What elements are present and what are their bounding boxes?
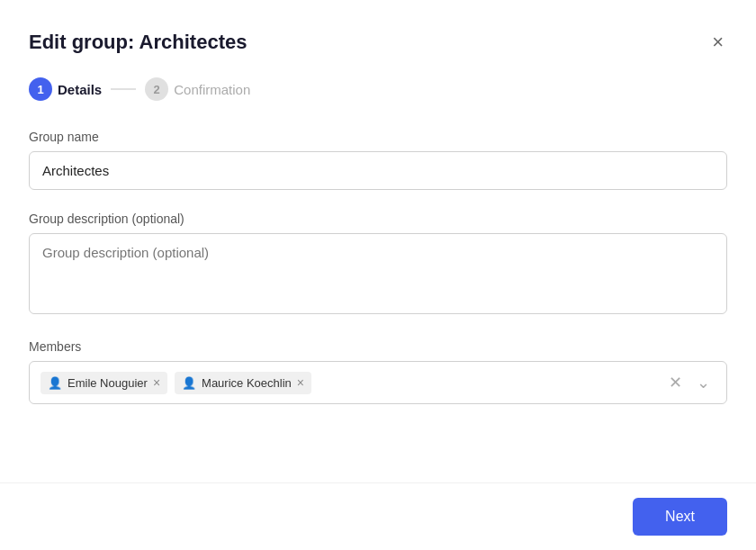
member-tag-1: 👤 Maurice Koechlin × [175,372,311,394]
member-name-0: Emile Nouguier [68,376,148,390]
members-dropdown-button[interactable]: ⌄ [691,371,716,394]
step-2-label: Confirmation [174,82,250,97]
member-name-1: Maurice Koechlin [202,376,292,390]
members-group: Members 👤 Emile Nouguier × 👤 Maurice Koe… [29,339,727,404]
step-2: 2 Confirmation [145,77,250,101]
members-actions: ✕ ⌄ [663,371,716,394]
step-1: 1 Details [29,77,102,101]
group-name-group: Group name [29,130,727,190]
members-label: Members [29,339,727,354]
edit-group-modal: Edit group: Architectes × 1 Details 2 Co… [0,0,756,550]
modal-title: Edit group: Architectes [29,31,247,54]
step-divider [111,88,136,90]
members-clear-button[interactable]: ✕ [663,371,688,394]
modal-header: Edit group: Architectes × [29,29,727,56]
modal-footer: Next [0,482,756,550]
member-tag-0: 👤 Emile Nouguier × [40,372,167,394]
member-icon-0: 👤 [48,376,62,390]
step-1-circle: 1 [29,77,52,101]
members-field[interactable]: 👤 Emile Nouguier × 👤 Maurice Koechlin × … [29,361,727,404]
group-description-label: Group description (optional) [29,212,727,226]
remove-member-1-button[interactable]: × [297,376,304,389]
group-name-input[interactable] [29,151,727,190]
next-button[interactable]: Next [633,498,727,536]
group-description-input[interactable] [29,233,727,314]
remove-member-0-button[interactable]: × [153,376,160,389]
steps-indicator: 1 Details 2 Confirmation [29,77,727,101]
group-description-group: Group description (optional) [29,212,727,318]
step-2-circle: 2 [145,77,168,101]
member-icon-1: 👤 [182,376,196,390]
group-name-label: Group name [29,130,727,144]
step-1-label: Details [58,82,102,97]
close-button[interactable]: × [708,29,727,56]
modal-overlay: Edit group: Architectes × 1 Details 2 Co… [0,0,756,550]
